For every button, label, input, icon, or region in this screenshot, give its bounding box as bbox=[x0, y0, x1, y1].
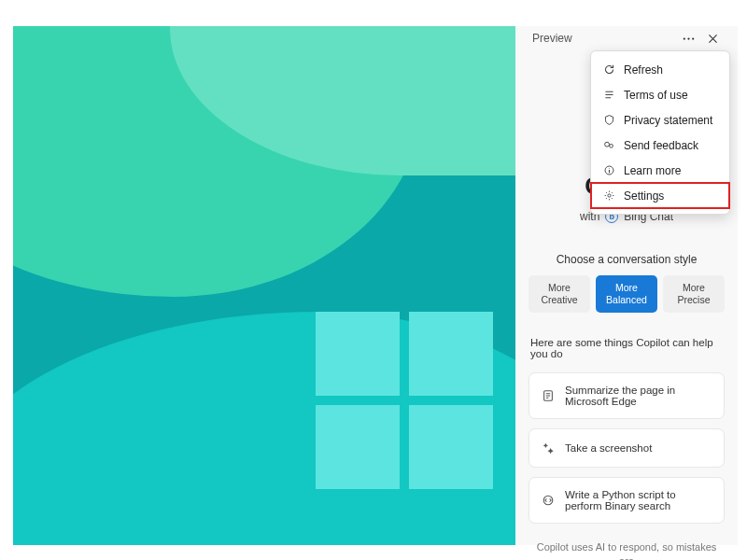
intro-text: Here are some things Copilot can help yo… bbox=[529, 337, 725, 359]
gear-icon bbox=[602, 189, 616, 203]
suggestion-card[interactable]: Write a Python script to perform Binary … bbox=[529, 477, 725, 524]
suggestion-text: Summarize the page in Microsoft Edge bbox=[565, 385, 712, 407]
menu-item-refresh[interactable]: Refresh bbox=[591, 57, 729, 82]
style-heading: Choose a conversation style bbox=[529, 253, 725, 266]
style-precise-button[interactable]: More Precise bbox=[663, 275, 725, 313]
svg-point-8 bbox=[608, 194, 611, 197]
feedback-icon bbox=[602, 138, 616, 152]
menu-item-label: Settings bbox=[624, 189, 664, 203]
menu-item-learn-more[interactable]: Learn more bbox=[591, 158, 729, 183]
menu-item-label: Terms of use bbox=[624, 89, 688, 102]
suggestion-card[interactable]: Take a screenshot bbox=[529, 428, 725, 468]
style-balanced-button[interactable]: More Balanced bbox=[596, 275, 657, 313]
svg-point-1 bbox=[687, 37, 689, 39]
menu-item-feedback[interactable]: Send feedback bbox=[591, 133, 729, 158]
menu-item-terms[interactable]: Terms of use bbox=[591, 82, 729, 107]
sparkle-icon bbox=[541, 441, 556, 455]
code-icon bbox=[541, 493, 556, 508]
disclaimer-text: Copilot uses AI to respond, so mistakes … bbox=[529, 540, 725, 560]
close-button[interactable] bbox=[700, 26, 725, 50]
suggestion-list: Summarize the page in Microsoft Edge Tak… bbox=[529, 372, 725, 524]
more-options-menu: Refresh Terms of use Privacy statement bbox=[590, 50, 730, 215]
terms-icon bbox=[602, 88, 616, 102]
shield-icon bbox=[602, 113, 616, 127]
svg-point-6 bbox=[610, 144, 613, 147]
menu-item-label: Learn more bbox=[624, 164, 681, 177]
screen: Preview Copilot with b Bing Chat Choose … bbox=[0, 0, 747, 560]
menu-item-label: Refresh bbox=[624, 63, 663, 77]
svg-point-0 bbox=[683, 37, 684, 39]
menu-item-privacy[interactable]: Privacy statement bbox=[591, 107, 729, 133]
windows-logo bbox=[316, 312, 493, 489]
more-options-button[interactable] bbox=[676, 26, 700, 50]
suggestion-text: Take a screenshot bbox=[565, 442, 652, 454]
copilot-panel: Preview Copilot with b Bing Chat Choose … bbox=[515, 26, 738, 545]
info-icon bbox=[602, 163, 616, 177]
menu-item-label: Send feedback bbox=[624, 139, 698, 152]
style-creative-button[interactable]: More Creative bbox=[529, 275, 590, 313]
svg-point-5 bbox=[605, 142, 610, 147]
suggestion-text: Write a Python script to perform Binary … bbox=[565, 489, 712, 511]
document-icon bbox=[541, 388, 556, 403]
suggestion-card[interactable]: Summarize the page in Microsoft Edge bbox=[529, 372, 725, 419]
menu-item-label: Privacy statement bbox=[624, 114, 712, 127]
app-window: Preview Copilot with b Bing Chat Choose … bbox=[13, 26, 738, 545]
desktop-wallpaper bbox=[13, 26, 515, 545]
panel-header-label: Preview bbox=[532, 32, 572, 45]
refresh-icon bbox=[602, 63, 616, 77]
style-selector: More Creative More Balanced More Precise bbox=[529, 275, 725, 313]
panel-header: Preview bbox=[529, 26, 725, 50]
svg-point-2 bbox=[692, 37, 694, 39]
menu-item-settings[interactable]: Settings bbox=[591, 183, 729, 208]
